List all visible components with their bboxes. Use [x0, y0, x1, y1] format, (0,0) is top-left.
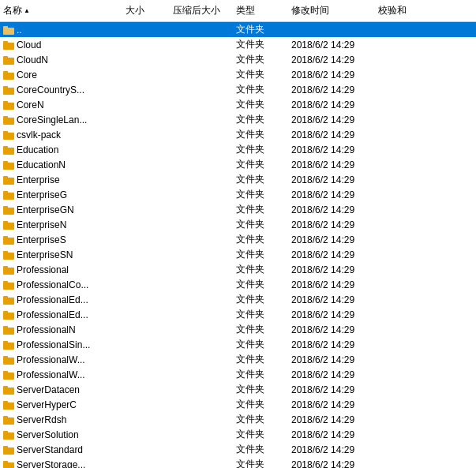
file-type-cell: 文件夹	[233, 263, 288, 276]
table-row[interactable]: CloudN文件夹2018/6/2 14:29	[0, 52, 476, 67]
file-modified-cell: 2018/6/2 14:29	[288, 324, 375, 335]
table-row[interactable]: CoreCountryS...文件夹2018/6/2 14:29	[0, 82, 476, 97]
svg-rect-48	[3, 388, 14, 395]
table-row[interactable]: CoreSingleLan...文件夹2018/6/2 14:29	[0, 112, 476, 127]
folder-icon	[3, 145, 14, 155]
svg-rect-17	[3, 146, 8, 148]
table-row[interactable]: ProfessionalW...文件夹2018/6/2 14:29	[0, 352, 476, 367]
table-row[interactable]: EducationN文件夹2018/6/2 14:29	[0, 157, 476, 172]
svg-rect-36	[3, 298, 14, 305]
file-name-text: Core	[17, 69, 37, 80]
table-row[interactable]: ServerStorage...文件夹2018/6/2 14:29	[0, 457, 476, 468]
svg-rect-6	[3, 73, 14, 80]
file-type-cell: 文件夹	[233, 113, 288, 126]
file-type-cell: 文件夹	[233, 203, 288, 216]
folder-icon	[3, 190, 14, 200]
header-modified[interactable]: 修改时间	[288, 2, 375, 19]
file-name-cell: EducationN	[0, 159, 122, 170]
header-size[interactable]: 大小	[122, 2, 170, 19]
table-row[interactable]: EnterpriseGN文件夹2018/6/2 14:29	[0, 202, 476, 217]
table-row[interactable]: EnterpriseG文件夹2018/6/2 14:29	[0, 187, 476, 202]
header-type[interactable]: 类型	[233, 2, 288, 19]
svg-rect-24	[3, 208, 14, 215]
file-name-text: ServerRdsh	[17, 414, 66, 425]
header-compressed[interactable]: 压缩后大小	[170, 2, 233, 19]
svg-rect-12	[3, 118, 14, 125]
table-row[interactable]: ServerStandard文件夹2018/6/2 14:29	[0, 442, 476, 457]
table-row[interactable]: CoreN文件夹2018/6/2 14:29	[0, 97, 476, 112]
file-type-cell: 文件夹	[233, 83, 288, 96]
table-row[interactable]: Core文件夹2018/6/2 14:29	[0, 67, 476, 82]
file-name-cell: ProfessionalW...	[0, 369, 122, 380]
table-row[interactable]: ServerSolution文件夹2018/6/2 14:29	[0, 427, 476, 442]
file-type-cell: 文件夹	[233, 188, 288, 201]
svg-rect-45	[3, 356, 8, 358]
file-name-cell: ProfessionalEd...	[0, 294, 122, 305]
table-row[interactable]: ProfessionalSin...文件夹2018/6/2 14:29	[0, 337, 476, 352]
table-row[interactable]: EnterpriseN文件夹2018/6/2 14:29	[0, 217, 476, 232]
file-type-cell: 文件夹	[233, 383, 288, 396]
table-row[interactable]: ProfessionalW...文件夹2018/6/2 14:29	[0, 367, 476, 382]
table-row[interactable]: ProfessionalEd...文件夹2018/6/2 14:29	[0, 307, 476, 322]
table-row[interactable]: ProfessionalCo...文件夹2018/6/2 14:29	[0, 277, 476, 292]
file-name-cell: CoreN	[0, 99, 122, 110]
svg-rect-2	[3, 43, 14, 50]
table-row[interactable]: Enterprise文件夹2018/6/2 14:29	[0, 172, 476, 187]
file-modified-cell: 2018/6/2 14:29	[288, 69, 375, 80]
svg-rect-38	[3, 313, 14, 320]
table-row[interactable]: ServerRdsh文件夹2018/6/2 14:29	[0, 412, 476, 427]
folder-icon	[3, 430, 14, 440]
file-name-text: ServerSolution	[17, 429, 79, 440]
svg-rect-46	[3, 373, 14, 380]
file-type-cell: 文件夹	[233, 338, 288, 351]
table-row[interactable]: EnterpriseS文件夹2018/6/2 14:29	[0, 232, 476, 247]
file-type-cell: 文件夹	[233, 413, 288, 426]
table-row[interactable]: ServerDatacen文件夹2018/6/2 14:29	[0, 382, 476, 397]
folder-icon	[3, 340, 14, 350]
table-row[interactable]: ProfessionalEd...文件夹2018/6/2 14:29	[0, 292, 476, 307]
file-name-text: ServerHyperC	[17, 399, 77, 410]
svg-rect-43	[3, 341, 8, 343]
folder-icon	[3, 310, 14, 320]
file-name-cell: Professional	[0, 264, 122, 275]
folder-icon	[3, 325, 14, 335]
file-list[interactable]: ..文件夹 Cloud文件夹2018/6/2 14:29 CloudN文件夹20…	[0, 22, 476, 468]
file-modified-cell: 2018/6/2 14:29	[288, 369, 375, 380]
folder-icon	[3, 280, 14, 290]
file-name-cell: EnterpriseN	[0, 219, 122, 230]
svg-rect-35	[3, 281, 8, 283]
table-row[interactable]: ServerHyperC文件夹2018/6/2 14:29	[0, 397, 476, 412]
file-name-text: Professional	[17, 264, 69, 275]
folder-icon	[3, 115, 14, 125]
file-name-text: ..	[17, 24, 22, 36]
svg-rect-1	[3, 26, 8, 28]
table-row[interactable]: Professional文件夹2018/6/2 14:29	[0, 262, 476, 277]
file-name-cell: CoreSingleLan...	[0, 114, 122, 125]
file-type-cell: 文件夹	[233, 458, 288, 468]
file-type-cell: 文件夹	[233, 23, 288, 36]
header-name[interactable]: 名称 ▲	[0, 2, 122, 19]
table-row[interactable]: EnterpriseSN文件夹2018/6/2 14:29	[0, 247, 476, 262]
table-row[interactable]: Education文件夹2018/6/2 14:29	[0, 142, 476, 157]
svg-rect-5	[3, 56, 8, 58]
table-row[interactable]: ..文件夹	[0, 22, 476, 37]
file-name-text: EnterpriseN	[17, 219, 66, 230]
svg-rect-56	[3, 447, 14, 455]
folder-icon	[3, 205, 14, 215]
table-row[interactable]: csvlk-pack文件夹2018/6/2 14:29	[0, 127, 476, 142]
table-row[interactable]: Cloud文件夹2018/6/2 14:29	[0, 37, 476, 52]
folder-icon	[3, 25, 14, 35]
file-modified-cell: 2018/6/2 14:29	[288, 144, 375, 155]
folder-icon	[3, 460, 14, 469]
svg-rect-59	[3, 461, 8, 463]
file-type-cell: 文件夹	[233, 98, 288, 111]
file-modified-cell: 2018/6/2 14:29	[288, 459, 375, 469]
svg-rect-14	[3, 133, 14, 140]
file-name-text: ProfessionalSin...	[17, 339, 90, 350]
file-modified-cell: 2018/6/2 14:29	[288, 339, 375, 350]
header-checksum[interactable]: 校验和	[375, 2, 438, 19]
file-type-cell: 文件夹	[233, 53, 288, 66]
table-row[interactable]: ProfessionalN文件夹2018/6/2 14:29	[0, 322, 476, 337]
folder-icon	[3, 355, 14, 365]
file-name-text: ServerStorage...	[17, 459, 85, 469]
